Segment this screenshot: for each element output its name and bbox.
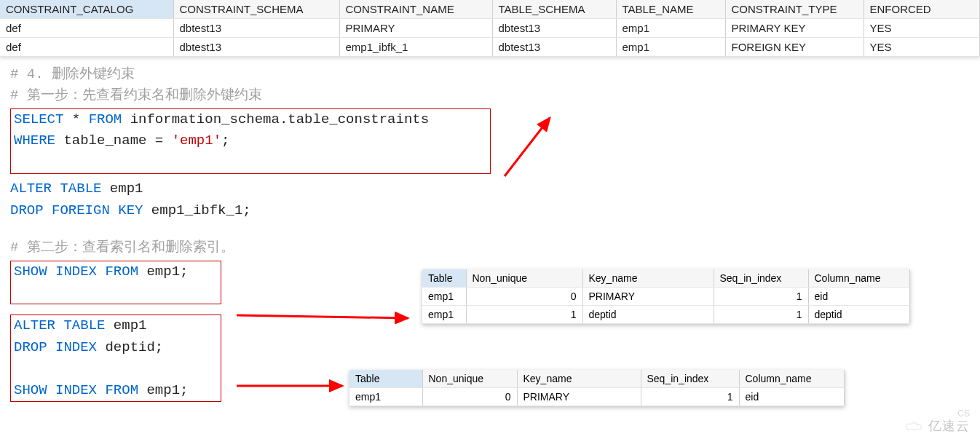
sql-keyword: INDEX bbox=[55, 382, 97, 398]
cell[interactable]: PRIMARY KEY bbox=[725, 19, 864, 38]
highlighted-query-2: SHOW INDEX FROM emp1; bbox=[10, 261, 221, 305]
cell[interactable]: dbtest13 bbox=[173, 38, 339, 57]
highlighted-query-1: SELECT * FROM information_schema.table_c… bbox=[10, 108, 491, 174]
cell[interactable]: dbtest13 bbox=[492, 38, 616, 57]
col-header[interactable]: CONSTRAINT_CATALOG bbox=[0, 0, 173, 19]
cell[interactable]: emp1 bbox=[349, 388, 422, 406]
sql-editor[interactable]: # 4. 删除外键约束 # 第一步：先查看约束名和删除外键约束 SELECT *… bbox=[0, 57, 980, 403]
cell[interactable]: emp1 bbox=[616, 19, 725, 38]
col-header[interactable]: Key_name bbox=[517, 370, 641, 388]
col-header[interactable]: Non_unique bbox=[422, 370, 517, 388]
cloud-icon bbox=[905, 419, 924, 432]
index-result-table-2[interactable]: Table Non_unique Key_name Seq_in_index C… bbox=[349, 370, 845, 406]
sql-string: 'emp1' bbox=[172, 133, 221, 149]
sql-line: DROP FOREIGN KEY emp1_ibfk_1; bbox=[10, 200, 970, 221]
sql-text: information_schema.table_constraints bbox=[122, 111, 429, 127]
cell[interactable]: 0 bbox=[422, 388, 517, 406]
cell[interactable]: emp1 bbox=[422, 288, 466, 306]
sql-text: emp1 bbox=[101, 181, 143, 197]
cell[interactable]: def bbox=[0, 38, 173, 57]
col-header[interactable]: CONSTRAINT_TYPE bbox=[725, 0, 864, 19]
sql-keyword: SELECT bbox=[14, 111, 63, 127]
cell[interactable]: emp1 bbox=[422, 306, 466, 324]
sql-text: * bbox=[63, 111, 88, 127]
col-header[interactable]: Column_name bbox=[808, 269, 910, 288]
index-result-table-1[interactable]: Table Non_unique Key_name Seq_in_index C… bbox=[422, 269, 910, 324]
cell[interactable]: 0 bbox=[466, 288, 582, 306]
col-header[interactable]: CONSTRAINT_SCHEMA bbox=[173, 0, 339, 19]
sql-keyword: DROP bbox=[14, 339, 47, 355]
sql-keyword: ALTER bbox=[14, 317, 55, 333]
sql-keyword: FOREIGN bbox=[52, 202, 110, 218]
col-header[interactable]: ENFORCED bbox=[864, 0, 980, 19]
sql-keyword: KEY bbox=[118, 202, 143, 218]
col-header[interactable]: Seq_in_index bbox=[714, 269, 808, 288]
table-row[interactable]: emp1 0 PRIMARY 1 eid bbox=[422, 288, 910, 306]
cell[interactable]: eid bbox=[808, 288, 910, 306]
constraints-result-table[interactable]: CONSTRAINT_CATALOG CONSTRAINT_SCHEMA CON… bbox=[0, 0, 980, 57]
col-header[interactable]: Table bbox=[422, 269, 466, 288]
cell[interactable]: YES bbox=[864, 38, 980, 57]
table-row[interactable]: def dbtest13 PRIMARY dbtest13 emp1 PRIMA… bbox=[0, 19, 980, 38]
cell[interactable]: 1 bbox=[714, 306, 808, 324]
sql-text: deptid; bbox=[97, 339, 163, 355]
sql-text: emp1; bbox=[138, 382, 188, 398]
site-watermark: 亿速云 bbox=[905, 417, 970, 435]
col-header[interactable]: TABLE_NAME bbox=[616, 0, 725, 19]
cell[interactable]: def bbox=[0, 19, 173, 38]
cell[interactable]: PRIMARY bbox=[339, 19, 492, 38]
table-row[interactable]: emp1 0 PRIMARY 1 eid bbox=[349, 388, 845, 406]
cell[interactable]: deptid bbox=[582, 306, 714, 324]
comment-line: # 第二步：查看索引名和删除索引。 bbox=[10, 237, 970, 258]
sql-keyword: ALTER bbox=[10, 181, 52, 197]
col-header[interactable]: CONSTRAINT_NAME bbox=[339, 0, 492, 19]
col-header[interactable]: Table bbox=[349, 370, 422, 388]
cell[interactable]: PRIMARY bbox=[517, 388, 641, 406]
sql-keyword: FROM bbox=[105, 264, 138, 280]
sql-text: emp1_ibfk_1; bbox=[143, 202, 250, 218]
comment-line: # 4. 删除外键约束 bbox=[10, 64, 970, 85]
highlighted-query-3: ALTER TABLE emp1 DROP INDEX deptid; SHOW… bbox=[10, 315, 221, 402]
sql-line: ALTER TABLE emp1 bbox=[10, 178, 970, 199]
cell[interactable]: emp1 bbox=[616, 38, 725, 57]
sql-keyword: TABLE bbox=[60, 181, 101, 197]
sql-text: table_name = bbox=[55, 133, 172, 149]
col-header[interactable]: Key_name bbox=[582, 269, 714, 288]
cell[interactable]: emp1_ibfk_1 bbox=[339, 38, 492, 57]
sql-text: emp1; bbox=[138, 264, 188, 280]
col-header[interactable]: Non_unique bbox=[466, 269, 582, 288]
col-header[interactable]: TABLE_SCHEMA bbox=[492, 0, 616, 19]
sql-text: ; bbox=[221, 133, 229, 149]
table-row[interactable]: emp1 1 deptid 1 deptid bbox=[422, 306, 910, 324]
sql-keyword: SHOW bbox=[14, 264, 47, 280]
sql-keyword: INDEX bbox=[55, 264, 97, 280]
comment-line: # 第一步：先查看约束名和删除外键约束 bbox=[10, 85, 970, 106]
cell[interactable]: dbtest13 bbox=[492, 19, 616, 38]
sql-keyword: SHOW bbox=[14, 382, 47, 398]
sql-keyword: FROM bbox=[105, 382, 138, 398]
cell[interactable]: eid bbox=[739, 388, 845, 406]
col-header[interactable]: Column_name bbox=[739, 370, 845, 388]
sql-keyword: FROM bbox=[89, 111, 122, 127]
col-header[interactable]: Seq_in_index bbox=[641, 370, 739, 388]
watermark-text: 亿速云 bbox=[928, 417, 970, 435]
cell[interactable]: PRIMARY bbox=[582, 288, 714, 306]
sql-keyword: TABLE bbox=[63, 317, 105, 333]
cell[interactable]: 1 bbox=[641, 388, 739, 406]
cell[interactable]: dbtest13 bbox=[173, 19, 339, 38]
cell[interactable]: deptid bbox=[808, 306, 910, 324]
sql-keyword: WHERE bbox=[14, 133, 55, 149]
sql-keyword: DROP bbox=[10, 202, 44, 218]
cell[interactable]: YES bbox=[864, 19, 980, 38]
table-row[interactable]: def dbtest13 emp1_ibfk_1 dbtest13 emp1 F… bbox=[0, 38, 980, 57]
sql-text: emp1 bbox=[105, 317, 146, 333]
cell[interactable]: 1 bbox=[466, 306, 582, 324]
sql-keyword: INDEX bbox=[55, 339, 97, 355]
cell[interactable]: 1 bbox=[714, 288, 808, 306]
cell[interactable]: FOREIGN KEY bbox=[725, 38, 864, 57]
